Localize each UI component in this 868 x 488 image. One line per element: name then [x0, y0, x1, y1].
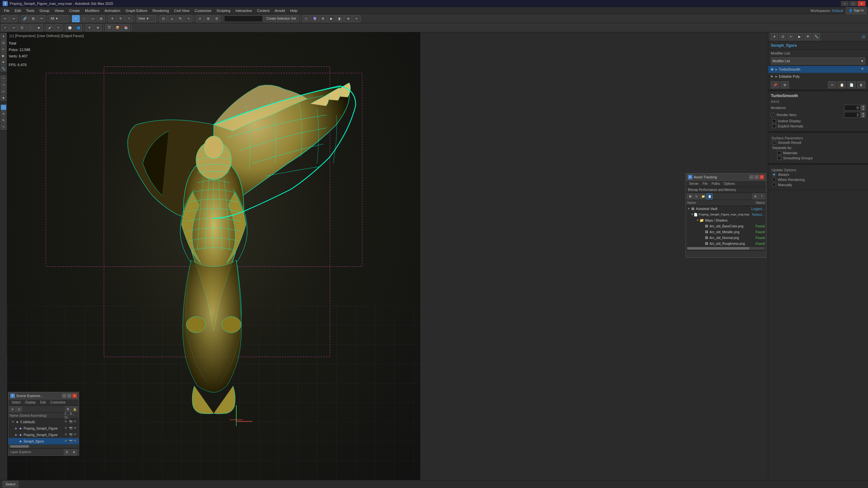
ts-render-iters-checkbox[interactable] — [771, 113, 775, 117]
ts-iterations-up[interactable]: ▲ — [861, 105, 865, 108]
mod-copy-button[interactable]: 📋 — [838, 81, 846, 88]
se-flag-freeze-3-icon[interactable]: ❄ — [65, 439, 68, 443]
close-button[interactable]: ✕ — [858, 1, 865, 6]
mod-paste-button[interactable]: 📄 — [847, 81, 856, 88]
select-region-button[interactable]: ⬚ — [81, 15, 88, 22]
populate-button[interactable]: 👥 — [74, 24, 82, 31]
bind-space-warp-button[interactable]: 〜 — [38, 15, 45, 22]
motion-panel-button[interactable]: ▶ — [1, 53, 6, 59]
rp-motion-icon[interactable]: ▶ — [796, 33, 803, 40]
se-lock-button[interactable]: 🔒 — [72, 406, 78, 412]
se-expand-icon-2[interactable]: ▶ — [14, 433, 18, 437]
se-minimize-button[interactable]: ─ — [62, 393, 66, 398]
at-active-button[interactable]: 📋 — [707, 194, 712, 199]
modifier-editable-poly[interactable]: ▶ Editable Poly — [768, 73, 868, 80]
menu-modifiers[interactable]: Modifiers — [82, 7, 102, 14]
redo-button[interactable]: ↪ — [10, 15, 18, 22]
se-item-object-1[interactable]: ▶ ◆ Praying_Seraph_Figure ❄ 📷 👁 — [8, 425, 79, 431]
at-item-maps-folder[interactable]: ▼ 📁 Maps / Shaders — [686, 217, 766, 223]
assetmlib-button[interactable]: 📚 — [122, 24, 130, 31]
menu-customize[interactable]: Customize — [192, 7, 214, 14]
menu-scripting[interactable]: Scripting — [214, 7, 233, 14]
se-select-all-button[interactable]: ☑ — [16, 406, 22, 412]
select-button[interactable]: Select — [3, 481, 19, 487]
select-crossing-button[interactable]: ⊞ — [97, 15, 105, 22]
ts-render-iters-input[interactable] — [844, 112, 860, 118]
ts-explicit-normals-checkbox[interactable] — [772, 124, 776, 128]
at-menu-paths[interactable]: Paths — [710, 182, 722, 186]
schematic-view-button[interactable]: ⬡ — [303, 15, 310, 22]
at-folder-expand-icon[interactable]: ▼ — [696, 219, 700, 222]
undo-button[interactable]: ↩ — [1, 15, 9, 22]
xview-panel-button[interactable]: ⊛ — [94, 24, 102, 31]
ts-isoline-checkbox[interactable] — [772, 119, 776, 123]
at-close-button[interactable]: ✕ — [760, 175, 764, 179]
at-item-vault[interactable]: ▼ 🏛 Autodesk Vault Logged... — [686, 206, 766, 212]
minimize-button[interactable]: ─ — [841, 1, 849, 6]
angle-snap-button[interactable]: ⊿ — [168, 15, 176, 22]
ts-smoothing-groups-checkbox[interactable] — [777, 156, 781, 160]
display-panel-button[interactable]: 👁 — [1, 59, 6, 65]
move-tool-button[interactable]: ✛ — [1, 111, 6, 117]
ts-when-rendering-radio[interactable] — [772, 178, 776, 182]
se-expand-icon-1[interactable]: ▶ — [14, 426, 18, 430]
object-paint-button[interactable]: ⬤ — [66, 24, 73, 31]
rp-create-icon[interactable]: ✦ — [771, 33, 778, 40]
at-settings2-button[interactable]: ⚙ — [752, 194, 758, 199]
filter-dropdown[interactable]: All ▼ — [49, 15, 68, 22]
menu-edit[interactable]: Edit — [12, 7, 24, 14]
render-setup-button[interactable]: ⚙ — [319, 15, 327, 22]
at-paths-button[interactable]: 📁 — [700, 194, 706, 199]
se-item-object-3[interactable]: ◆ Seraph_figure ❄ 📷 👁 — [8, 438, 79, 445]
se-flag-freeze-icon[interactable]: ❄ — [65, 420, 68, 424]
se-close-button[interactable]: ✕ — [72, 393, 77, 398]
se-settings-button[interactable]: ⚙ — [71, 449, 77, 455]
at-titlebar[interactable]: A Asset Tracking ─ □ ✕ — [686, 173, 766, 181]
se-select-none-button[interactable]: ✕ — [10, 406, 16, 412]
at-minimize-button[interactable]: ─ — [749, 175, 754, 179]
se-expand-icon[interactable]: ▼ — [11, 420, 15, 424]
layer-manager-button[interactable]: ☰ — [213, 15, 220, 22]
move-button[interactable]: ✛ — [108, 15, 116, 22]
at-maximize-button[interactable]: □ — [754, 175, 759, 179]
unlink-button[interactable]: ⛓ — [29, 15, 37, 22]
se-maximize-button[interactable]: □ — [67, 393, 72, 398]
menu-content[interactable]: Content — [254, 7, 272, 14]
ts-smooth-result-checkbox[interactable] — [772, 141, 776, 144]
at-menu-server[interactable]: Server — [687, 182, 701, 186]
menu-arnold[interactable]: Arnold — [272, 7, 288, 14]
menu-help[interactable]: Help — [288, 7, 300, 14]
mod-delete-button[interactable]: 🗑 — [857, 81, 865, 88]
at-maxfile-expand-icon[interactable]: ▼ — [691, 213, 694, 216]
reference-coord-dropdown[interactable]: View ▼ — [136, 15, 156, 22]
at-refresh-button[interactable]: ↻ — [694, 194, 700, 199]
sign-in-button[interactable]: 👤 Sign In — [846, 7, 867, 14]
vp-edged-faces-label[interactable]: [Edged Faces] — [61, 34, 84, 38]
container-button[interactable]: 📦 — [114, 24, 121, 31]
at-item-roughness[interactable]: 🖼 Arc_old_Roughness.png Found — [686, 240, 766, 247]
align-button[interactable]: ⊞ — [204, 15, 212, 22]
modifier-turbosmooth[interactable]: ▶ TurboSmooth 👁 — [768, 66, 868, 73]
rotate-tool-button[interactable]: ↻ — [1, 118, 6, 123]
more-tools-button[interactable]: ≡ — [353, 15, 361, 22]
create-panel-button[interactable]: ✦ — [1, 34, 6, 39]
menu-animation[interactable]: Animation — [102, 7, 123, 14]
ts-render-iters-up[interactable]: ▲ — [861, 112, 865, 115]
poly-select-poly-button[interactable]: ⬛ — [27, 24, 34, 31]
rotate-button[interactable]: ↻ — [117, 15, 125, 22]
maximize-button[interactable]: □ — [849, 1, 857, 6]
percent-snap-button[interactable]: % — [176, 15, 184, 22]
at-scrollbar[interactable] — [687, 247, 765, 250]
expose-transform-button[interactable]: ⊕ — [344, 15, 352, 22]
selection-set-input[interactable] — [224, 15, 263, 22]
menu-rendering[interactable]: Rendering — [150, 7, 172, 14]
rp-modify-icon[interactable]: ⊡ — [779, 33, 786, 40]
menu-civil-view[interactable]: Civil View — [172, 7, 192, 14]
poly-select-vertex-button[interactable]: • — [1, 24, 9, 31]
menu-file[interactable]: File — [1, 7, 12, 14]
se-flag-freeze-2-icon[interactable]: ❄ — [65, 433, 68, 437]
spinner-snap-button[interactable]: ∿ — [185, 15, 192, 22]
at-item-metallic[interactable]: 🖼 Arc_old_Metallic.png Found — [686, 229, 766, 235]
se-scrollbar[interactable] — [10, 445, 78, 448]
vp-plus-button[interactable]: [+] — [10, 34, 14, 38]
